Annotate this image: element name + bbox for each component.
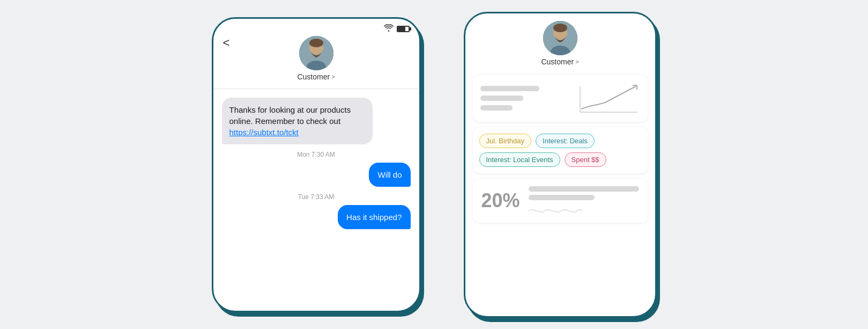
svg-point-2 [309, 39, 323, 47]
bubble-sent-2: Has it shipped? [338, 205, 410, 229]
back-button[interactable]: < [223, 36, 230, 50]
chart-text-lines [480, 86, 539, 111]
header-divider-left [213, 89, 419, 89]
stats-card: 20% [473, 179, 648, 223]
bubble-sent-1: Will do [369, 163, 410, 187]
chevron-right-icon-right: > [575, 59, 578, 65]
stat-bars [529, 186, 639, 215]
tag-local-events: Interest: Local Events [479, 152, 560, 167]
stat-percentage: 20% [481, 189, 520, 212]
wifi-icon [384, 24, 394, 34]
left-phone-header: < Customer [213, 36, 419, 85]
bubble-received-1: Thanks for looking at our products onlin… [222, 98, 373, 144]
text-line-1 [480, 86, 539, 91]
contact-name-left[interactable]: Customer > [297, 72, 335, 81]
tags-card: Jul. Birthday Interest: Deals Interest: … [473, 127, 648, 173]
squiggle-icon [529, 206, 582, 215]
right-phone-header: Customer > [465, 21, 655, 70]
timestamp-2: Tue 7:33 AM [222, 193, 411, 201]
text-line-2 [480, 96, 523, 101]
contact-name-right[interactable]: Customer > [541, 57, 578, 66]
right-content: Jul. Birthday Interest: Deals Interest: … [465, 70, 655, 227]
link-subtxt[interactable]: https://subtxt.to/tckt [229, 128, 299, 137]
chart-card [473, 75, 648, 122]
stat-bar-2 [529, 195, 595, 200]
stat-bar-1 [529, 186, 639, 192]
messages-area: Thanks for looking at our products onlin… [213, 92, 419, 235]
chevron-right-icon-left: > [331, 74, 335, 80]
scene: < Customer [169, 1, 700, 328]
timestamp-1: Mon 7:30 AM [222, 151, 411, 158]
avatar-left [299, 36, 333, 70]
status-bar-left [213, 19, 419, 36]
avatar-right [543, 21, 577, 55]
tag-spent: Spent $$ [565, 152, 606, 167]
left-phone: < Customer [212, 17, 421, 312]
svg-point-6 [553, 24, 567, 32]
chart-area [576, 82, 640, 114]
text-line-3 [480, 105, 513, 111]
tag-birthday: Jul. Birthday [479, 134, 532, 148]
tag-deals: Interest: Deals [536, 134, 595, 148]
battery-icon [397, 26, 410, 32]
right-phone: Customer > [464, 12, 657, 318]
